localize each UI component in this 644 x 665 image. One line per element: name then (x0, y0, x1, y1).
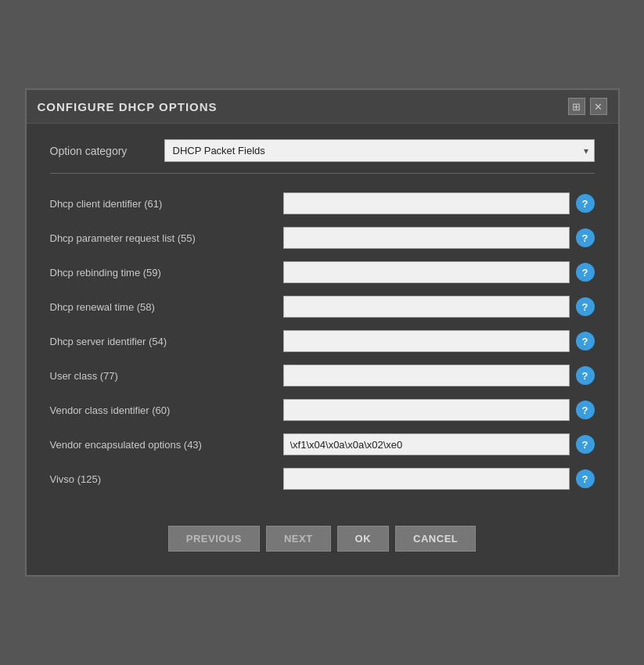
dialog-title: CONFIGURE DHCP OPTIONS (38, 100, 218, 113)
question-mark-icon: ? (582, 404, 588, 416)
help-button-dhcp-rebinding-time[interactable]: ? (576, 263, 595, 282)
close-icon: ✕ (594, 101, 603, 113)
label-dhcp-server-identifier: Dhcp server identifier (54) (50, 336, 277, 347)
question-mark-icon: ? (582, 232, 588, 244)
help-button-dhcp-server-identifier[interactable]: ? (576, 332, 595, 350)
option-category-select[interactable]: DHCP Packet FieldsStandard OptionsCustom… (164, 139, 595, 162)
help-button-dhcp-client-identifier[interactable]: ? (576, 194, 595, 213)
help-button-vivso[interactable]: ? (576, 469, 595, 488)
input-dhcp-rebinding-time[interactable] (283, 261, 570, 283)
label-dhcp-client-identifier: Dhcp client identifier (61) (50, 198, 277, 210)
field-row: Dhcp rebinding time (59)? (50, 257, 595, 288)
input-user-class[interactable] (283, 365, 570, 386)
label-user-class: User class (77) (50, 370, 277, 382)
label-vivso: Vivso (125) (50, 473, 277, 485)
dialog-footer: PREVIOUS NEXT OK CANCEL (27, 510, 618, 575)
dialog-body: Option category DHCP Packet FieldsStanda… (27, 124, 618, 510)
field-row: Dhcp server identifier (54)? (50, 325, 595, 357)
ok-button[interactable]: OK (337, 526, 390, 552)
label-vendor-encapsulated-options: Vendor encapsulated options (43) (50, 439, 277, 451)
input-vivso[interactable] (283, 468, 570, 490)
field-row: Dhcp renewal time (58)? (50, 291, 595, 322)
field-row: Vendor encapsulated options (43)? (50, 429, 595, 460)
help-button-dhcp-renewal-time[interactable]: ? (576, 297, 595, 316)
pin-button[interactable]: ⊞ (568, 98, 585, 115)
input-dhcp-server-identifier[interactable] (283, 330, 570, 352)
title-bar-buttons: ⊞ ✕ (568, 98, 607, 115)
option-category-label: Option category (50, 145, 152, 157)
option-category-select-wrapper: DHCP Packet FieldsStandard OptionsCustom… (164, 139, 595, 162)
question-mark-icon: ? (582, 267, 588, 279)
fields-grid: Dhcp client identifier (61)?Dhcp paramet… (50, 188, 595, 494)
input-vendor-encapsulated-options[interactable] (283, 433, 570, 455)
previous-button[interactable]: PREVIOUS (168, 526, 260, 552)
option-category-row: Option category DHCP Packet FieldsStanda… (50, 139, 595, 174)
question-mark-icon: ? (582, 370, 588, 382)
help-button-vendor-class-identifier[interactable]: ? (576, 401, 595, 419)
next-button[interactable]: NEXT (266, 526, 331, 552)
pin-icon: ⊞ (572, 101, 581, 113)
cancel-button[interactable]: CANCEL (395, 526, 476, 552)
label-dhcp-parameter-request-list: Dhcp parameter request list (55) (50, 232, 277, 244)
question-mark-icon: ? (582, 439, 588, 451)
help-button-vendor-encapsulated-options[interactable]: ? (576, 435, 595, 454)
field-row: Vendor class identifier (60)? (50, 394, 595, 426)
field-row: Dhcp client identifier (61)? (50, 188, 595, 219)
input-dhcp-renewal-time[interactable] (283, 296, 570, 318)
label-vendor-class-identifier: Vendor class identifier (60) (50, 404, 277, 416)
title-bar: CONFIGURE DHCP OPTIONS ⊞ ✕ (27, 90, 618, 124)
title-bar-left: CONFIGURE DHCP OPTIONS (38, 100, 218, 113)
configure-dhcp-dialog: CONFIGURE DHCP OPTIONS ⊞ ✕ Option catego… (25, 88, 620, 577)
input-vendor-class-identifier[interactable] (283, 399, 570, 421)
label-dhcp-renewal-time: Dhcp renewal time (58) (50, 301, 277, 313)
close-button[interactable]: ✕ (590, 98, 607, 115)
field-row: Dhcp parameter request list (55)? (50, 222, 595, 253)
question-mark-icon: ? (582, 336, 588, 347)
field-row: User class (77)? (50, 360, 595, 391)
input-dhcp-parameter-request-list[interactable] (283, 227, 570, 249)
question-mark-icon: ? (582, 301, 588, 313)
help-button-user-class[interactable]: ? (576, 366, 595, 385)
help-button-dhcp-parameter-request-list[interactable]: ? (576, 228, 595, 247)
question-mark-icon: ? (582, 198, 588, 210)
field-row: Vivso (125)? (50, 463, 595, 494)
label-dhcp-rebinding-time: Dhcp rebinding time (59) (50, 267, 277, 279)
input-dhcp-client-identifier[interactable] (283, 192, 570, 214)
question-mark-icon: ? (582, 473, 588, 485)
